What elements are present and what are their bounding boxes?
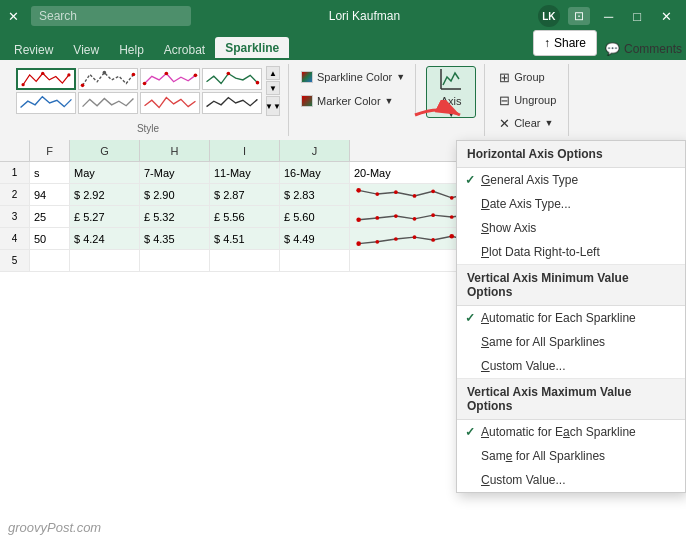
axis-dropdown-menu: Horizontal Axis Options General Axis Typ…	[456, 140, 686, 493]
tab-sparkline[interactable]: Sparkline	[215, 37, 289, 60]
style-thumb-2[interactable]	[78, 68, 138, 90]
cell-f1[interactable]: s	[30, 162, 70, 183]
tab-acrobat[interactable]: Acrobat	[154, 39, 215, 60]
cell-h3[interactable]: £ 5.32	[140, 206, 210, 227]
style-thumb-4[interactable]	[202, 68, 262, 90]
svg-point-5	[132, 73, 136, 77]
col-header-h[interactable]: H	[140, 140, 210, 161]
tab-review[interactable]: Review	[4, 39, 63, 60]
style-thumb-5[interactable]	[16, 92, 76, 114]
same-all-sparklines-min-item[interactable]: Same for All Sparklines	[457, 330, 685, 354]
ungroup-icon: ⊟	[499, 93, 510, 108]
style-thumb-6[interactable]	[78, 92, 138, 114]
excel-icon[interactable]: ✕	[8, 9, 19, 24]
svg-point-24	[431, 213, 435, 217]
row-num-3: 3	[0, 206, 30, 227]
cell-g3[interactable]: £ 5.27	[70, 206, 140, 227]
row-num-1: 1	[0, 162, 30, 183]
restore-btn[interactable]: ⊡	[568, 7, 590, 25]
auto-each-sparkline-min-item[interactable]: Automatic for Each Sparkline	[457, 306, 685, 330]
ungroup-btn[interactable]: ⊟ Ungroup	[493, 89, 562, 111]
row-num-header	[0, 140, 30, 161]
scroll-expand-btn[interactable]: ▼▼	[266, 96, 280, 116]
col-header-f[interactable]: F	[30, 140, 70, 161]
maximize-btn[interactable]: □	[627, 7, 647, 26]
cell-j2[interactable]: $ 2.83	[280, 184, 350, 205]
cell-g2[interactable]: $ 2.92	[70, 184, 140, 205]
scroll-up-btn[interactable]: ▲	[266, 66, 280, 80]
custom-value-min-item[interactable]: Custom Value...	[457, 354, 685, 378]
col-header-g[interactable]: G	[70, 140, 140, 161]
style-gallery: ▲ ▼ ▼▼	[16, 66, 280, 116]
cell-g1[interactable]: May	[70, 162, 140, 183]
scroll-down-btn[interactable]: ▼	[266, 81, 280, 95]
auto-each-sparkline-max-item[interactable]: Automatic for Each Sparkline	[457, 420, 685, 444]
svg-point-25	[450, 215, 454, 219]
horizontal-axis-section-header: Horizontal Axis Options	[457, 141, 685, 168]
style-thumb-8[interactable]	[202, 92, 262, 114]
style-group-label: Style	[137, 121, 159, 134]
style-thumb-7[interactable]	[140, 92, 200, 114]
svg-point-21	[375, 216, 379, 220]
svg-point-1	[41, 72, 44, 75]
svg-point-28	[375, 239, 379, 243]
cell-i3[interactable]: £ 5.56	[210, 206, 280, 227]
svg-point-22	[394, 214, 398, 218]
svg-point-6	[143, 82, 147, 86]
same-all-sparklines-max-item[interactable]: Same for All Sparklines	[457, 444, 685, 468]
custom-value-max-item[interactable]: Custom Value...	[457, 468, 685, 492]
style-thumb-3[interactable]	[140, 68, 200, 90]
row-num-4: 4	[0, 228, 30, 249]
cell-h4[interactable]: $ 4.35	[140, 228, 210, 249]
cell-i1[interactable]: 11-May	[210, 162, 280, 183]
svg-point-4	[103, 71, 107, 75]
cell-j1[interactable]: 16-May	[280, 162, 350, 183]
vert-min-section-header: Vertical Axis Minimum Value Options	[457, 265, 685, 306]
marker-color-btn[interactable]: Marker Color ▼	[295, 90, 411, 112]
general-axis-type-item[interactable]: General Axis Type	[457, 168, 685, 192]
show-axis-item[interactable]: Show Axis	[457, 216, 685, 240]
cell-j3[interactable]: £ 5.60	[280, 206, 350, 227]
date-axis-type-item[interactable]: Date Axis Type...	[457, 192, 685, 216]
col-header-i[interactable]: I	[210, 140, 280, 161]
ribbon-content: ▲ ▼ ▼▼ Style Sparkline Color ▼ Marker Co…	[0, 60, 686, 140]
cell-i4[interactable]: $ 4.51	[210, 228, 280, 249]
row-num-2: 2	[0, 184, 30, 205]
group-btn[interactable]: ⊞ Group	[493, 66, 562, 88]
tab-view[interactable]: View	[63, 39, 109, 60]
sparkline-color-dropdown-arrow[interactable]: ▼	[396, 72, 405, 82]
minimize-btn[interactable]: ─	[598, 7, 619, 26]
clear-dropdown-arrow[interactable]: ▼	[544, 118, 553, 128]
marker-color-dropdown-arrow[interactable]: ▼	[385, 96, 394, 106]
share-button[interactable]: ↑ Share	[533, 30, 597, 56]
cell-i2[interactable]: $ 2.87	[210, 184, 280, 205]
ribbon-tabs: Review View Help Acrobat Sparkline ↑ Sha…	[0, 32, 686, 60]
style-group: ▲ ▼ ▼▼ Style	[8, 64, 289, 136]
cell-h1[interactable]: 7-May	[140, 162, 210, 183]
red-arrow-indicator	[410, 100, 470, 137]
svg-point-16	[413, 194, 417, 198]
sparkline-color-icon	[301, 71, 313, 83]
cell-f3[interactable]: 25	[30, 206, 70, 227]
sparkline-color-btn[interactable]: Sparkline Color ▼	[295, 66, 411, 88]
same-all-sparklines-max-label: Same for All Sparklines	[481, 449, 605, 463]
tab-help[interactable]: Help	[109, 39, 154, 60]
plot-right-to-left-item[interactable]: Plot Data Right-to-Left	[457, 240, 685, 264]
vert-max-section-header: Vertical Axis Maximum Value Options	[457, 379, 685, 420]
svg-point-2	[67, 73, 70, 76]
cell-g4[interactable]: $ 4.24	[70, 228, 140, 249]
cell-j4[interactable]: $ 4.49	[280, 228, 350, 249]
cell-f2[interactable]: 94	[30, 184, 70, 205]
comments-button[interactable]: 💬 Comments	[605, 42, 682, 56]
svg-point-14	[375, 192, 379, 196]
svg-point-0	[21, 83, 24, 86]
col-header-j[interactable]: J	[280, 140, 350, 161]
cell-f4[interactable]: 50	[30, 228, 70, 249]
search-input[interactable]	[31, 6, 191, 26]
clear-btn[interactable]: ✕ Clear ▼	[493, 112, 562, 134]
cell-h2[interactable]: $ 2.90	[140, 184, 210, 205]
style-thumb-1[interactable]	[16, 68, 76, 90]
color-group: Sparkline Color ▼ Marker Color ▼	[291, 64, 416, 114]
plot-right-to-left-label: Plot Data Right-to-Left	[481, 245, 600, 259]
close-btn[interactable]: ✕	[655, 7, 678, 26]
